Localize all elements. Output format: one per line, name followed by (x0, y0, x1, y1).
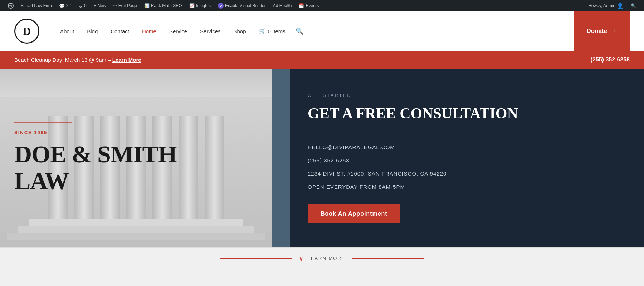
step-3 (18, 226, 254, 233)
rank-math-icon: 📊 (144, 3, 150, 8)
hero-image-area: SINCE 1965 DOE & SMITH LAW (0, 69, 272, 247)
firm-name-line2: LAW (14, 168, 177, 194)
nav-home[interactable]: Home (136, 25, 163, 38)
consultation-panel: GET STARTED GET A FREE CONSULTATION HELL… (272, 69, 644, 247)
admin-bar-rank-math[interactable]: 📊 Rank Math SEO (141, 0, 186, 11)
since-label: SINCE 1965 (14, 130, 177, 135)
book-appointment-button[interactable]: Book An Appointment (308, 204, 400, 223)
nav-about[interactable]: About (54, 25, 80, 38)
banner-text: Beach Cleanup Day: March 13 @ 9am – (14, 57, 111, 63)
firm-name: DOE & SMITH LAW (14, 141, 177, 194)
get-started-label: GET STARTED (308, 93, 623, 98)
site-name-label: Fahad Law Firm (21, 3, 52, 8)
cart-count: 0 Items (268, 28, 286, 34)
donate-button[interactable]: Donate → (574, 11, 630, 51)
chevron-down-icon: ∨ (299, 255, 304, 262)
notes-icon: 🗨 (78, 3, 83, 9)
column-top (0, 69, 272, 97)
contact-hours: OPEN EVERYDAY FROM 8AM-5PM (308, 184, 623, 190)
footer-line-right (352, 258, 424, 259)
events-icon: 📅 (299, 3, 304, 8)
admin-bar-wp-logo[interactable]: W (4, 0, 17, 11)
wordpress-icon: W (8, 3, 14, 9)
edit-page-label: Edit Page (118, 3, 137, 8)
admin-bar-howdy[interactable]: Howdy, Admin 👤 (585, 3, 627, 9)
admin-bar-insights[interactable]: 📈 Insights (186, 0, 214, 11)
blue-accent-bar (272, 69, 290, 247)
site-logo: D (14, 19, 39, 44)
new-label: New (98, 3, 106, 8)
nav-blog[interactable]: Blog (80, 25, 104, 38)
logo-area[interactable]: D (14, 19, 39, 44)
plus-icon: + (94, 3, 96, 8)
nav-contact[interactable]: Contact (104, 25, 136, 38)
admin-bar-ad-health[interactable]: Ad Health (269, 0, 296, 11)
step-2 (7, 233, 265, 240)
hero-red-line (14, 122, 72, 123)
insights-label: Insights (196, 3, 211, 8)
consultation-title: GET A FREE CONSULTATION (308, 104, 623, 122)
enable-vb-label: Enable Visual Builder (225, 3, 266, 8)
learn-more-footer-label: LEARN MORE (308, 256, 346, 261)
ad-health-label: Ad Health (273, 3, 292, 8)
rank-math-label: Rank Math SEO (151, 3, 182, 8)
notes-count: 0 (84, 3, 87, 8)
nav-search-icon[interactable]: 🔍 (296, 27, 303, 35)
admin-bar: W Fahad Law Firm 💬 22 🗨 0 + New ✏ Edit P… (0, 0, 644, 11)
learn-more-footer[interactable]: ∨ LEARN MORE (299, 255, 346, 262)
book-btn-label: Book An Appointment (321, 211, 387, 217)
steps-area (0, 219, 272, 247)
donate-label: Donate (586, 28, 607, 35)
donate-arrow-icon: → (611, 28, 617, 35)
hero-text-overlay: SINCE 1965 DOE & SMITH LAW (14, 122, 177, 194)
admin-bar-right: Howdy, Admin 👤 🔍 (585, 3, 640, 9)
comment-icon: 💬 (59, 3, 65, 9)
comments-count: 22 (66, 3, 71, 8)
nav-services[interactable]: Services (194, 25, 227, 38)
cart-icon: 🛒 (259, 28, 266, 34)
cart-area[interactable]: 🛒 0 Items (253, 24, 292, 38)
contact-email: HELLO@DIVIPARALEGAL.COM (308, 144, 623, 150)
footer-strip: ∨ LEARN MORE (0, 247, 644, 269)
banner-phone: (255) 352-6258 (591, 56, 630, 63)
step-4 (29, 219, 243, 226)
admin-bar-edit-page[interactable]: ✏ Edit Page (110, 0, 141, 11)
insights-icon: 📈 (189, 3, 195, 8)
search-icon: 🔍 (631, 3, 636, 8)
contact-info: HELLO@DIVIPARALEGAL.COM (255) 352-6258 1… (308, 144, 623, 190)
admin-bar-site-name[interactable]: Fahad Law Firm (17, 0, 55, 11)
contact-phone: (255) 352-6258 (308, 157, 623, 163)
main-nav: About Blog Contact Home Service Services… (54, 24, 566, 38)
divi-icon: D (218, 3, 224, 9)
banner-learn-more-link[interactable]: Learn More (112, 57, 141, 63)
admin-bar-events[interactable]: 📅 Events (295, 0, 322, 11)
edit-icon: ✏ (113, 3, 117, 8)
events-label: Events (306, 3, 319, 8)
firm-name-line1: DOE & SMITH (14, 141, 177, 168)
nav-shop[interactable]: Shop (227, 25, 253, 38)
admin-bar-enable-vb[interactable]: D Enable Visual Builder (214, 0, 269, 11)
contact-address: 1234 DIVI ST. #1000, SAN FRANCISCO, CA 9… (308, 171, 623, 177)
avatar-icon: 👤 (617, 3, 624, 9)
step-1 (0, 240, 272, 247)
admin-bar-comments[interactable]: 💬 22 (55, 0, 74, 11)
dark-panel: GET STARTED GET A FREE CONSULTATION HELL… (290, 69, 644, 247)
announcement-banner: Beach Cleanup Day: March 13 @ 9am – Lear… (0, 51, 644, 69)
howdy-label: Howdy, Admin (588, 3, 615, 8)
main-header: D About Blog Contact Home Service Servic… (0, 11, 644, 51)
admin-bar-search[interactable]: 🔍 (627, 3, 640, 8)
consultation-divider (308, 131, 351, 131)
nav-service[interactable]: Service (163, 25, 194, 38)
admin-bar-notes[interactable]: 🗨 0 (74, 0, 90, 11)
admin-bar-new[interactable]: + New (90, 0, 110, 11)
footer-line-left (220, 258, 292, 259)
hero-section: SINCE 1965 DOE & SMITH LAW GET STARTED G… (0, 69, 644, 247)
